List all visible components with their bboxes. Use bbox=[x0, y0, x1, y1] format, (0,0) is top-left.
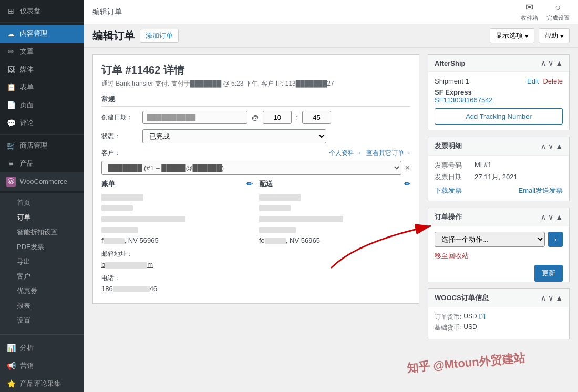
woocs-toggle-icon[interactable]: ▲ bbox=[555, 294, 563, 302]
add-order-button[interactable]: 添加订单 bbox=[140, 29, 179, 43]
update-button[interactable]: 更新 bbox=[534, 265, 563, 282]
woocs-currency-value: USD bbox=[463, 313, 477, 322]
phone-label: 电话： bbox=[101, 274, 253, 283]
order-actions-body: 选择一个动作... › 移至回收站 更新 bbox=[428, 226, 569, 270]
sidebar-item-shop[interactable]: 🛒 商店管理 bbox=[0, 137, 84, 154]
tracking-number-link[interactable]: SF1130381667542 bbox=[435, 96, 563, 104]
edit-shipment-link[interactable]: Edit bbox=[527, 77, 539, 85]
shipping-edit-icon[interactable]: ✏ bbox=[404, 180, 410, 188]
shipment-actions: Edit Delete bbox=[527, 77, 563, 85]
status-select[interactable]: 已完成 bbox=[142, 129, 326, 143]
sidebar-item-marketing[interactable]: 📢 营销 bbox=[0, 357, 84, 375]
date-input[interactable] bbox=[142, 111, 247, 124]
hour-input[interactable] bbox=[263, 111, 292, 124]
sidebar-item-products[interactable]: ≡ 产品 bbox=[0, 154, 84, 172]
sidebar-item-analytics[interactable]: 📊 分析 bbox=[0, 339, 84, 357]
email-label: 邮箱地址： bbox=[101, 250, 253, 259]
invoice-number-row: 发票号码 ML#1 bbox=[435, 161, 563, 170]
topbar-right: ✉ 收件箱 ○ 完成设置 bbox=[521, 2, 570, 22]
order-actions-collapse-down-icon[interactable]: ∨ bbox=[548, 213, 553, 221]
date-label: 创建日期： bbox=[101, 113, 138, 122]
media-icon: 🖼 bbox=[6, 65, 16, 74]
aftership-header: AfterShip ∧ ∨ ▲ bbox=[428, 55, 569, 72]
articles-icon: ✏ bbox=[6, 47, 16, 56]
sidebar-submenu-reports[interactable]: 报表 bbox=[17, 298, 84, 313]
inbox-icon: ✉ bbox=[525, 2, 533, 13]
woocs-collapse-up-icon[interactable]: ∧ bbox=[541, 294, 546, 302]
woocs-header: WOOCS订单信息 ∧ ∨ ▲ bbox=[428, 289, 569, 307]
subbar-right: 显示选项 ▾ 帮助 ▾ bbox=[490, 28, 570, 43]
order-action-go-button[interactable]: › bbox=[548, 232, 563, 247]
delete-shipment-link[interactable]: Delete bbox=[543, 77, 563, 85]
invoice-toggle-icon[interactable]: ▲ bbox=[555, 142, 563, 150]
customer-profile-link[interactable]: 个人资料 → bbox=[329, 149, 362, 158]
sidebar-item-label: 产品 bbox=[20, 159, 34, 168]
sidebar-item-content[interactable]: ☁ 内容管理 bbox=[0, 25, 84, 43]
billing-edit-icon[interactable]: ✏ bbox=[246, 180, 253, 188]
billing-address: f, NV 56965 bbox=[101, 192, 253, 246]
status-label: 状态： bbox=[101, 132, 138, 141]
help-button[interactable]: 帮助 ▾ bbox=[539, 28, 570, 43]
customer-section: 客户： 个人资料 → 查看其它订单→ ███████ (#1 – █████@█… bbox=[101, 149, 410, 175]
sidebar-submenu-orders[interactable]: 订单 bbox=[17, 210, 84, 225]
add-tracking-button[interactable]: Add Tracking Number bbox=[435, 108, 563, 125]
order-actions-collapse-up-icon[interactable]: ∧ bbox=[541, 213, 546, 221]
order-actions-toggle-icon[interactable]: ▲ bbox=[555, 213, 563, 221]
order-action-select[interactable]: 选择一个动作... bbox=[435, 232, 545, 247]
sidebar-item-woo[interactable]: Ⓦ WooCommerce bbox=[0, 172, 84, 191]
subbar: 编辑订单 添加订单 显示选项 ▾ 帮助 ▾ bbox=[84, 24, 578, 48]
sidebar-item-pages[interactable]: 📄 页面 bbox=[0, 96, 84, 114]
sidebar-item-label: 分析 bbox=[20, 343, 34, 353]
order-actions-title: 订单操作 bbox=[435, 212, 462, 222]
woo-icon: Ⓦ bbox=[6, 177, 16, 187]
billing-email-link[interactable]: bm bbox=[101, 261, 153, 269]
invoice-collapse-up-icon[interactable]: ∧ bbox=[541, 142, 546, 150]
invoice-collapse-down-icon[interactable]: ∨ bbox=[548, 142, 553, 150]
complete-setup-button[interactable]: ○ 完成设置 bbox=[546, 2, 570, 22]
sidebar-item-label: 仪表盘 bbox=[20, 6, 40, 16]
topbar: 编辑订单 ✉ 收件箱 ○ 完成设置 bbox=[84, 0, 578, 24]
billing-title: 账单 ✏ bbox=[101, 179, 253, 189]
order-actions-panel: 订单操作 ∧ ∨ ▲ 选择一个动作... › bbox=[428, 208, 570, 282]
sidebar-item-reviews[interactable]: ⭐ 产品评论采集 bbox=[0, 375, 84, 392]
sidebar-submenu-home[interactable]: 首页 bbox=[17, 195, 84, 210]
order-actions-header: 订单操作 ∧ ∨ ▲ bbox=[428, 208, 569, 226]
aftership-collapse-down-icon[interactable]: ∨ bbox=[548, 59, 553, 67]
sidebar-item-articles[interactable]: ✏ 文章 bbox=[0, 43, 84, 60]
sidebar-submenu-clients[interactable]: 客户 bbox=[17, 269, 84, 284]
sidebar-submenu-coupons[interactable]: 优惠券 bbox=[17, 284, 84, 298]
sidebar-item-dashboard[interactable]: ⊞ 仪表盘 bbox=[0, 2, 84, 20]
sidebar-submenu-settings[interactable]: 设置 bbox=[17, 313, 84, 328]
aftership-body: Shipment 1 Edit Delete SF Express SF1130… bbox=[428, 72, 569, 130]
woocs-currency-help[interactable]: [?] bbox=[479, 313, 486, 322]
sidebar-item-comments[interactable]: 💬 评论 bbox=[0, 114, 84, 132]
woocs-collapse-down-icon[interactable]: ∨ bbox=[548, 294, 553, 302]
forms-icon: 📋 bbox=[6, 83, 16, 91]
content-area: 订单 #11462 详情 通过 Bank transfer 支付. 支付于███… bbox=[84, 48, 578, 392]
customer-label: 客户： bbox=[101, 149, 138, 158]
clear-customer-button[interactable]: ✕ bbox=[405, 164, 410, 172]
shipment-label: Shipment 1 bbox=[435, 77, 469, 85]
trash-link[interactable]: 移至回收站 bbox=[435, 251, 469, 261]
aftership-toggle-icon[interactable]: ▲ bbox=[555, 59, 563, 67]
status-row: 状态： 已完成 bbox=[101, 129, 410, 143]
aftership-collapse-up-icon[interactable]: ∧ bbox=[541, 59, 546, 67]
sidebar-item-label: 产品评论采集 bbox=[20, 379, 61, 388]
woocs-panel: WOOCS订单信息 ∧ ∨ ▲ 订单货币: USD [?] bbox=[428, 288, 570, 339]
sidebar-submenu-pdf[interactable]: PDF发票 bbox=[17, 240, 84, 254]
sidebar-item-media[interactable]: 🖼 媒体 bbox=[0, 60, 84, 78]
sidebar-submenu-export[interactable]: 导出 bbox=[17, 254, 84, 269]
shipping-title: 配送 ✏ bbox=[259, 179, 410, 189]
inbox-button[interactable]: ✉ 收件箱 bbox=[521, 2, 538, 22]
help-label: 帮助 bbox=[544, 31, 558, 40]
customer-select[interactable]: ███████ (#1 – █████@██████) bbox=[101, 161, 401, 175]
display-options-button[interactable]: 显示选项 ▾ bbox=[490, 28, 534, 43]
download-invoice-link[interactable]: 下载发票 bbox=[435, 186, 462, 195]
minute-input[interactable] bbox=[302, 111, 331, 124]
sidebar-item-forms[interactable]: 📋 表单 bbox=[0, 78, 84, 96]
billing-phone-link[interactable]: 18646 bbox=[101, 285, 157, 293]
customer-orders-link[interactable]: 查看其它订单→ bbox=[366, 149, 410, 158]
inbox-label: 收件箱 bbox=[521, 14, 538, 22]
sidebar-submenu-discount[interactable]: 智能折扣设置 bbox=[17, 225, 84, 240]
email-invoice-link[interactable]: Email发送发票 bbox=[518, 186, 563, 195]
